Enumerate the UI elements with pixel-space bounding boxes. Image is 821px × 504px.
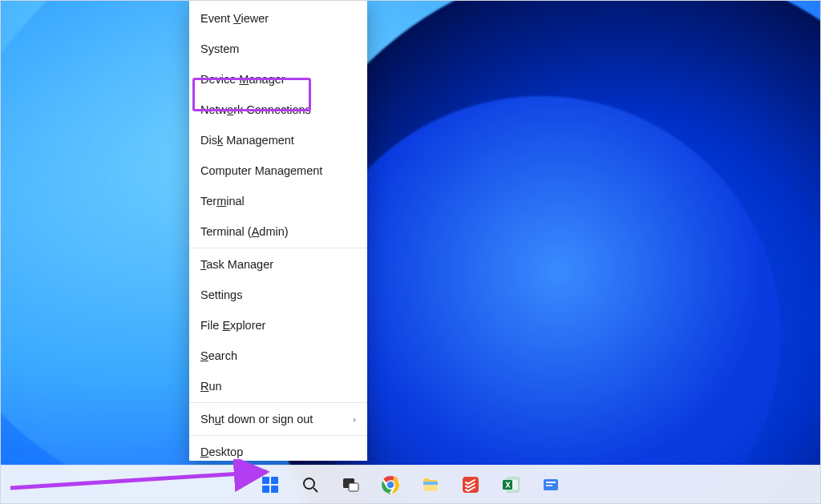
menu-separator (189, 248, 367, 248)
svg-rect-17 (507, 478, 519, 480)
svg-line-6 (313, 488, 317, 492)
svg-point-12 (394, 477, 398, 482)
widget-icon[interactable] (535, 469, 567, 501)
todoist-icon[interactable] (455, 469, 487, 501)
menu-item-label: Event Viewer (200, 12, 269, 25)
start-icon[interactable] (254, 469, 286, 501)
menu-item-computer-management[interactable]: Computer Management (189, 155, 367, 186)
svg-rect-14 (423, 482, 438, 485)
menu-item-label: Device Manager (200, 73, 285, 86)
svg-rect-3 (262, 486, 269, 493)
file-explorer-icon[interactable] (415, 469, 447, 501)
svg-rect-18 (507, 490, 519, 492)
menu-item-terminal-admin[interactable]: Terminal (Admin) (189, 216, 367, 247)
menu-item-run[interactable]: Run (189, 371, 367, 401)
menu-item-label: Settings (200, 288, 242, 301)
svg-rect-4 (271, 486, 278, 493)
menu-separator (189, 435, 367, 436)
menu-item-search[interactable]: Search (189, 341, 367, 371)
menu-item-label: Task Manager (200, 258, 273, 271)
menu-item-label: Shut down or sign out (200, 413, 313, 425)
menu-item-label: File Explorer (200, 319, 265, 332)
desktop-wallpaper (0, 0, 821, 504)
svg-rect-2 (271, 477, 278, 484)
excel-icon[interactable] (495, 469, 527, 501)
taskbar (0, 465, 821, 504)
menu-item-label: Desktop (200, 446, 243, 458)
svg-rect-22 (546, 485, 552, 486)
menu-item-system[interactable]: System (189, 34, 367, 64)
menu-item-desktop[interactable]: Desktop (189, 437, 367, 467)
menu-item-disk-management[interactable]: Disk Management (189, 125, 367, 155)
svg-rect-21 (546, 482, 556, 483)
svg-rect-8 (349, 483, 358, 491)
menu-item-terminal[interactable]: Terminal (189, 186, 367, 216)
svg-rect-1 (262, 477, 269, 484)
menu-item-label: Run (200, 380, 222, 393)
menu-item-network-connections[interactable]: Network Connections (189, 95, 367, 125)
chevron-right-icon: › (353, 414, 356, 424)
menu-item-task-manager[interactable]: Task Manager (189, 249, 367, 280)
menu-item-label: Network Connections (200, 103, 311, 116)
menu-item-label: Terminal (Admin) (200, 225, 289, 238)
menu-item-settings[interactable]: Settings (189, 280, 367, 310)
menu-item-label: Search (200, 349, 237, 362)
chrome-icon[interactable] (374, 469, 406, 501)
search-icon[interactable] (294, 469, 326, 501)
task-view-icon[interactable] (334, 469, 366, 501)
svg-point-5 (304, 478, 314, 489)
menu-item-label: System (200, 42, 239, 55)
menu-item-shut-down-or-sign-out[interactable]: Shut down or sign out› (189, 404, 367, 434)
winx-context-menu: Event ViewerSystemDevice ManagerNetwork … (189, 0, 367, 461)
menu-item-label: Computer Management (200, 164, 322, 177)
menu-item-event-viewer[interactable]: Event Viewer (189, 3, 367, 34)
menu-separator (189, 402, 367, 403)
svg-point-11 (387, 482, 394, 489)
menu-item-device-manager[interactable]: Device Manager (189, 64, 367, 95)
menu-item-file-explorer[interactable]: File Explorer (189, 310, 367, 341)
menu-item-label: Terminal (200, 195, 245, 208)
menu-item-label: Disk Management (200, 134, 294, 147)
